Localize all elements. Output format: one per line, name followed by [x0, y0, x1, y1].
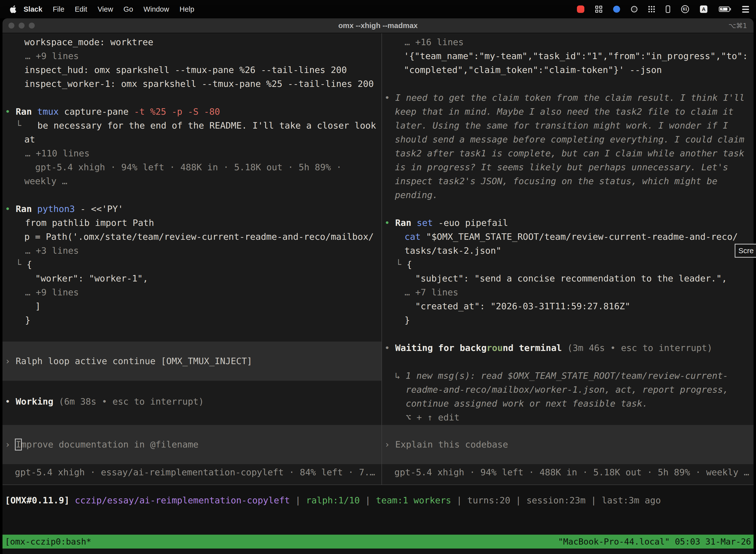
- terminal-line: • Waiting for background terminal (3m 46…: [382, 341, 754, 355]
- terminal-line: … +3 lines: [2, 244, 381, 258]
- charging-bolt-icon: ⚡: [721, 6, 724, 12]
- grid-icon[interactable]: [595, 6, 602, 13]
- menu-go[interactable]: Go: [118, 5, 138, 13]
- terminal-line: }: [2, 313, 381, 327]
- terminal-line: gpt-5.4 xhigh · essay/ai-reimplementatio…: [2, 465, 381, 479]
- terminal-line: inspect task2's JSON, focusing on the st…: [382, 174, 754, 188]
- terminal-line: • Ran python3 - <<'PY': [2, 202, 381, 216]
- ring-app-icon[interactable]: [631, 6, 637, 12]
- terminal-line: … +7 lines: [382, 285, 754, 299]
- left-pane-output: workspace_mode: worktree… +9 linesinspec…: [2, 35, 381, 327]
- terminal-line: "worker": "worker-1",: [2, 272, 381, 285]
- terminal-line: … +9 lines: [2, 49, 381, 63]
- menu-window[interactable]: Window: [138, 5, 174, 13]
- menu-help[interactable]: Help: [174, 5, 200, 13]
- menu-bar-status-area: 61 A ⚡: [577, 5, 749, 13]
- right-pane-output: … +16 lines'{"team_name":"my-team","task…: [382, 35, 754, 425]
- right-terminal-pane[interactable]: … +16 lines'{"team_name":"my-team","task…: [382, 33, 754, 485]
- terminal-line: from pathlib import Path: [2, 216, 381, 230]
- tmux-host-clock: "MacBook-Pro-44.local" 05:03 31-Mar-26: [558, 535, 751, 549]
- terminal-line: [382, 202, 754, 216]
- menu-file[interactable]: File: [48, 5, 70, 13]
- window-title: omx --xhigh --madmax: [2, 21, 754, 30]
- terminal-line: └ be necessary for the end of the README…: [2, 119, 381, 132]
- terminal-line: • Ran tmux capture-pane -t %25 -p -S -80: [2, 105, 381, 119]
- terminal-line: pending.: [382, 188, 754, 202]
- menu-bar: Slack File Edit View Go Window Help 61 A…: [0, 0, 756, 18]
- terminal-line: [382, 327, 754, 341]
- terminal-line: • I need to get the claim token from the…: [382, 91, 754, 105]
- terminal-line: weekly …: [2, 174, 381, 188]
- terminal-line: inspect_worker-1: omx sparkshell --tmux-…: [2, 77, 381, 91]
- terminal-line: is in progress? It seems likely but perh…: [382, 160, 754, 174]
- apple-logo-icon[interactable]: [10, 5, 17, 13]
- left-prompt-input-2[interactable]: › Improve documentation in @filename: [2, 425, 381, 464]
- terminal-line: gpt-5.4 xhigh · 94% left · 488K in · 5.1…: [2, 160, 381, 174]
- terminal-line: }: [382, 313, 754, 327]
- terminal-window: omx --xhigh --madmax ⌥⌘1 workspace_mode:…: [2, 18, 754, 554]
- terminal-line: └ {: [2, 258, 381, 272]
- terminal-line: └ {: [382, 258, 754, 272]
- terminal-line: gpt-5.4 xhigh · 94% left · 488K in · 5.1…: [382, 465, 754, 479]
- window-titlebar[interactable]: omx --xhigh --madmax ⌥⌘1: [2, 18, 754, 33]
- input-source-icon[interactable]: A: [700, 5, 707, 13]
- terminal-line: [382, 77, 754, 91]
- terminal-line: later. Using the same for transition mig…: [382, 119, 754, 132]
- terminal-line: tasks/task-2.json": [382, 244, 754, 258]
- terminal-line: "completed","claim_token":"claim-token"}…: [382, 63, 754, 77]
- terminal-line: [382, 355, 754, 369]
- prompt-placeholder: Explain this codebase: [395, 438, 508, 451]
- terminal-line: should send a message before completing …: [382, 132, 754, 147]
- terminal-line: task2 after task1 is complete, but can I…: [382, 147, 754, 160]
- iphone-mirroring-icon[interactable]: [666, 5, 670, 13]
- omx-turns: turns:20: [467, 495, 510, 505]
- screen-overlay-button[interactable]: Scre: [735, 244, 756, 258]
- tmux-panes: workspace_mode: worktree… +9 linesinspec…: [2, 33, 754, 485]
- prompt-chevron-icon: ›: [5, 438, 16, 451]
- left-terminal-pane[interactable]: workspace_mode: worktree… +9 linesinspec…: [2, 33, 381, 485]
- left-prompt-input-1[interactable]: › Ralph loop active continue [OMX_TMUX_I…: [2, 341, 381, 381]
- omx-version: [OMX#0.11.9]: [5, 495, 69, 505]
- terminal-line: keep that in mind. Maybe I also need the…: [382, 105, 754, 119]
- tmux-status-bar: [omx-cczip0:bash* "MacBook-Pro-44.local"…: [2, 535, 754, 549]
- badge-61-icon[interactable]: 61: [681, 5, 689, 13]
- omx-status-line: [OMX#0.11.9] cczip/essay/ai-reimplementa…: [2, 493, 754, 507]
- terminal-line: • Ran set -euo pipefail: [382, 216, 754, 230]
- terminal-line: '{"team_name":"my-team","task_id":"1","f…: [382, 49, 754, 63]
- menu-view[interactable]: View: [92, 5, 118, 13]
- terminal-line: readme-and-reco/mailbox/worker-1.json, a…: [382, 383, 754, 397]
- terminal-line: continue assigned work or next feasible …: [382, 397, 754, 410]
- screen-recording-stop-icon[interactable]: [577, 5, 584, 13]
- dots-grid-icon[interactable]: [648, 6, 655, 12]
- prompt-placeholder: mprove documentation in @filename: [21, 438, 198, 451]
- terminal-line: inspect_hud: omx sparkshell --tmux-pane …: [2, 63, 381, 77]
- right-prompt-input[interactable]: › Explain this codebase: [382, 425, 754, 464]
- terminal-line: ⌥ + ↑ edit: [382, 410, 754, 425]
- control-center-icon[interactable]: [742, 6, 749, 13]
- terminal-line: ]: [2, 299, 381, 313]
- terminal-line: "subject": "send a concise recommendatio…: [382, 272, 754, 285]
- battery-charging-icon[interactable]: ⚡: [718, 6, 731, 12]
- window-shortcut-hint: ⌥⌘1: [729, 22, 747, 30]
- right-pane-footer: gpt-5.4 xhigh · 94% left · 488K in · 5.1…: [382, 465, 754, 479]
- text-cursor: I: [16, 438, 21, 451]
- terminal-line: at: [2, 132, 381, 147]
- tmux-session-window: [omx-cczip0:bash*: [5, 535, 91, 549]
- terminal-line: … +110 lines: [2, 147, 381, 160]
- menu-edit[interactable]: Edit: [70, 5, 92, 13]
- omx-team-workers: team:1 workers: [376, 495, 451, 505]
- terminal-line: "created_at": "2026-03-31T11:59:27.816Z": [382, 299, 754, 313]
- terminal-content: workspace_mode: worktree… +9 linesinspec…: [2, 33, 754, 554]
- prompt-chevron-icon: ›: [5, 354, 16, 368]
- terminal-line: [2, 91, 381, 105]
- omx-session-path: cczip/essay/ai-reimplementation-copyleft: [75, 495, 290, 505]
- app-menu-slack[interactable]: Slack: [18, 5, 48, 13]
- blue-app-icon[interactable]: [613, 6, 620, 13]
- omx-session-time: session:23m: [526, 495, 585, 505]
- prompt-text: Ralph loop active continue [OMX_TMUX_INJ…: [16, 354, 252, 368]
- omx-ralph-counter: ralph:1/10: [306, 495, 360, 505]
- terminal-line: … +16 lines: [382, 35, 754, 49]
- terminal-line: p = Path('.omx/state/team/review-current…: [2, 230, 381, 244]
- prompt-chevron-icon: ›: [384, 438, 395, 451]
- terminal-line: [2, 188, 381, 202]
